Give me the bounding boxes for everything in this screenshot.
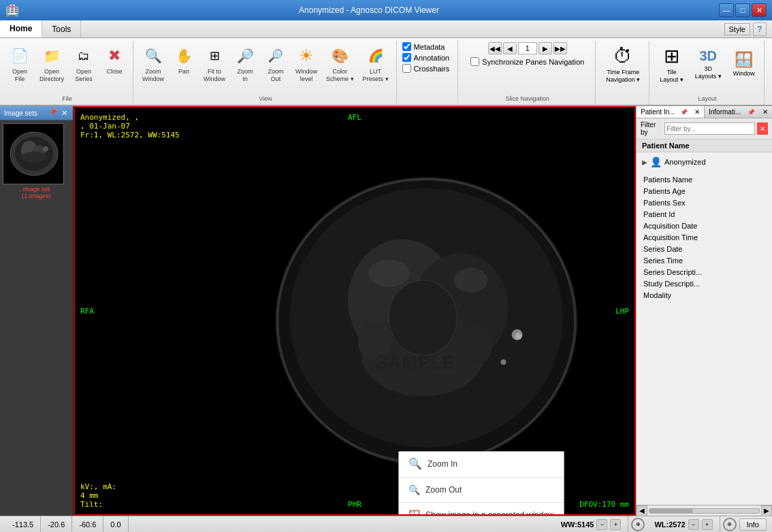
zoom-in-context-label: Zoom In <box>428 459 457 469</box>
info-series-date[interactable]: Series Date <box>641 244 768 255</box>
ww-indicator[interactable]: ⊕ <box>631 518 645 531</box>
time-frame-button[interactable]: ⏱ Time FrameNavigation ▾ <box>601 42 645 86</box>
information-tab-close[interactable]: ✕ <box>762 108 768 116</box>
zoom-window-button[interactable]: 🔍 ZoomWindow <box>139 42 167 86</box>
info-modality[interactable]: Modality <box>641 290 768 301</box>
nav-first-button[interactable]: ◀◀ <box>488 42 502 54</box>
right-panels: Patient In... 📌 ✕ Informati... 📌 ✕ Filte… <box>636 106 772 516</box>
info-patients-name[interactable]: Patients Name <box>641 174 768 186</box>
maximize-button[interactable]: □ <box>735 3 750 17</box>
patient-item[interactable]: ▶ 👤 Anonymized <box>639 155 769 169</box>
dicom-viewport[interactable]: SAMPLE Anonymized, , , 01-Jan-07 Fr:1, W… <box>74 106 636 516</box>
open-directory-button[interactable]: 📁 OpenDirectory <box>36 42 67 86</box>
fit-to-window-button[interactable]: ⊞ Fit toWindow <box>200 42 229 86</box>
wl-label: WL:2572 <box>654 520 685 529</box>
info-acquisition-date[interactable]: Acquisition Date <box>641 220 768 232</box>
coord-z-value: -60.6 <box>79 520 96 529</box>
tab-patient-info[interactable]: Patient In... 📌 ✕ <box>637 106 705 118</box>
crosshairs-check[interactable]: Crosshairs <box>402 64 450 73</box>
tab-home[interactable]: Home <box>0 20 42 37</box>
patient-list: ▶ 👤 Anonymized <box>637 152 772 171</box>
zoom-out-context-icon: 🔍 <box>408 484 420 495</box>
panel-pin-icon[interactable]: 📌 <box>49 108 57 118</box>
wl-increase-button[interactable]: + <box>702 519 713 530</box>
filter-clear-button[interactable]: ✕ <box>757 122 768 135</box>
annotation-check[interactable]: Annotation <box>402 53 450 62</box>
tab-tools[interactable]: Tools <box>42 20 81 37</box>
info-study-description[interactable]: Study Descripti... <box>641 278 768 290</box>
crosshairs-checkbox[interactable] <box>402 64 411 73</box>
time-frame-label: Time FrameNavigation ▾ <box>606 69 640 84</box>
wl-decrease-button[interactable]: − <box>688 519 699 530</box>
information-tab-pin[interactable]: 📌 <box>747 109 755 116</box>
panel-close-button[interactable]: ✕ <box>59 108 69 118</box>
open-file-button[interactable]: 📄 OpenFile <box>5 42 34 86</box>
wl-indicator[interactable]: ⊕ <box>723 518 737 531</box>
minimize-button[interactable]: — <box>719 3 734 17</box>
svg-point-13 <box>389 280 457 355</box>
window-button[interactable]: 🪟 Window <box>728 48 760 80</box>
context-show-separated[interactable]: 🪟 Show image in a separated window <box>399 504 564 516</box>
ribbon-nav-area: ◀◀ ◀ ▶ ▶▶ Synchronize Panes Navigation <box>464 42 591 77</box>
scroll-left-button[interactable]: ◀ <box>637 505 647 516</box>
patient-info-tab-close[interactable]: ✕ <box>694 108 700 116</box>
patient-info-tab-pin[interactable]: 📌 <box>680 109 688 116</box>
ww-increase-button[interactable]: + <box>610 519 621 530</box>
coord-x-section: -113.5 <box>5 516 41 532</box>
close-button[interactable]: ✕ <box>752 3 767 17</box>
info-patients-age[interactable]: Patients Age <box>641 186 768 197</box>
metadata-checkbox[interactable] <box>402 42 411 51</box>
close-label: Close <box>107 68 123 76</box>
scroll-right-button[interactable]: ▶ <box>761 505 772 516</box>
crosshairs-label: Crosshairs <box>414 65 450 73</box>
coord-y-section: -20.6 <box>41 516 72 532</box>
zoom-in-button[interactable]: 🔎 ZoomIn <box>231 42 259 86</box>
info-patient-id[interactable]: Patient Id <box>641 209 768 220</box>
image-set-label: Image set(1 images) <box>3 186 70 199</box>
scroll-thumb[interactable] <box>649 509 693 513</box>
pan-button[interactable]: ✋ Pan <box>170 42 198 78</box>
info-patients-sex[interactable]: Patients Sex <box>641 197 768 209</box>
zoom-window-icon: 🔍 <box>142 45 164 67</box>
open-series-icon: 🗂 <box>73 45 95 67</box>
info-button[interactable]: Info <box>739 518 767 531</box>
ww-decrease-button[interactable]: − <box>596 519 607 530</box>
scroll-track[interactable] <box>649 508 760 514</box>
color-scheme-button[interactable]: 🎨 ColorScheme ▾ <box>323 42 357 86</box>
close-icon: ✖ <box>103 45 125 67</box>
close-button[interactable]: ✖ Close <box>100 42 129 78</box>
pan-icon: ✋ <box>173 45 195 67</box>
zoom-out-button[interactable]: 🔍 ZoomOut <box>261 42 290 86</box>
3d-layouts-button[interactable]: 3D 3DLayouts ▾ <box>690 46 726 83</box>
pan-label: Pan <box>178 68 189 76</box>
color-scheme-icon: 🎨 <box>329 45 351 67</box>
info-items-list: Patients Name Patients Age Patients Sex … <box>637 171 772 505</box>
help-button[interactable]: ? <box>753 22 767 36</box>
menu-bar: Home Tools Style ? <box>0 20 772 38</box>
lut-presets-button[interactable]: 🌈 LUTPresets ▾ <box>359 42 392 86</box>
annotation-checkbox[interactable] <box>402 53 411 62</box>
metadata-check[interactable]: Metadata <box>402 42 450 51</box>
info-series-time[interactable]: Series Time <box>641 255 768 267</box>
image-set-item[interactable]: Image set(1 images) <box>0 120 73 202</box>
context-menu: 🔍 Zoom In 🔍 Zoom Out 🪟 Show image in a s… <box>398 451 564 516</box>
nav-last-button[interactable]: ▶▶ <box>553 42 567 54</box>
sync-panes-checkbox[interactable] <box>470 57 479 66</box>
tab-information[interactable]: Informati... 📌 ✕ <box>705 106 772 118</box>
nav-prev-button[interactable]: ◀ <box>503 42 517 54</box>
nav-next-button[interactable]: ▶ <box>538 42 552 54</box>
frame-number-input[interactable] <box>518 42 537 54</box>
context-zoom-in[interactable]: 🔍 Zoom In <box>399 452 564 476</box>
zoom-in-label: ZoomIn <box>238 68 253 83</box>
info-acquisition-time[interactable]: Acquisition Time <box>641 232 768 244</box>
filter-input[interactable] <box>664 122 755 135</box>
context-zoom-out[interactable]: 🔍 Zoom Out <box>399 479 564 501</box>
info-series-description[interactable]: Series Descripti... <box>641 267 768 278</box>
thumbnail-svg <box>3 123 63 184</box>
style-dropdown[interactable]: Style <box>724 23 750 35</box>
wl-section: WL:2572 − + <box>647 516 720 532</box>
tile-layout-button[interactable]: ⊞ TileLayout ▾ <box>655 42 688 86</box>
window-level-button[interactable]: ☀ Windowlevel <box>292 42 321 86</box>
sync-panes-check[interactable]: Synchronize Panes Navigation <box>470 57 584 66</box>
open-series-button[interactable]: 🗂 OpenSeries <box>69 42 98 86</box>
